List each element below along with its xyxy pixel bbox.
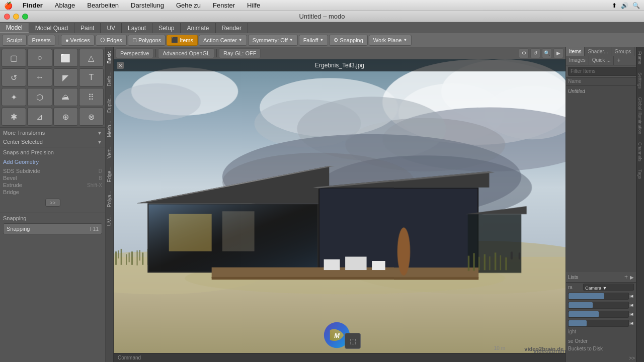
snapping-button[interactable]: ⊕ Snapping — [329, 35, 368, 46]
menu-ablage[interactable]: Ablage — [53, 2, 77, 9]
tab-render[interactable]: Render — [216, 23, 248, 33]
tool-radial[interactable]: ✦ — [2, 88, 26, 106]
tool-bend[interactable]: ⬡ — [27, 88, 52, 106]
row-arrow-2[interactable]: ◀ — [629, 304, 634, 307]
bevel-label[interactable]: Bevel — [3, 175, 17, 181]
filter-input[interactable] — [568, 67, 637, 76]
tool-extra1[interactable]: ✱ — [2, 108, 26, 126]
tool-particulate[interactable]: ⠿ — [79, 88, 104, 106]
tool-scale[interactable]: ◤ — [53, 68, 78, 86]
settings-icon[interactable]: ⚙ — [519, 48, 529, 58]
play-icon[interactable]: ▶ — [553, 48, 564, 58]
vert-tab-defo[interactable]: Defo... — [106, 67, 113, 90]
row-arrow-4[interactable]: ◀ — [629, 322, 634, 325]
right-tab-add[interactable]: + — [614, 56, 623, 65]
tool-cylinder[interactable]: ⬜ — [53, 49, 78, 67]
tool-text[interactable]: T — [79, 68, 104, 86]
right-tab-quick[interactable]: Quick ... — [589, 56, 614, 65]
vert-tab-duplic[interactable]: Duplic... — [106, 90, 113, 117]
right-expand-arrow[interactable]: >> — [629, 355, 635, 361]
menu-hilfe[interactable]: Hilfe — [245, 2, 262, 9]
maximize-button[interactable] — [22, 14, 28, 20]
tab-uv[interactable]: UV — [101, 23, 122, 33]
tool-extra4[interactable]: ⊗ — [79, 108, 104, 126]
tool-sphere[interactable]: ○ — [27, 49, 52, 67]
refresh-icon[interactable]: ↺ — [530, 48, 540, 58]
sds-subdivide-label[interactable]: SDS Subdivide — [3, 168, 40, 174]
menu-finder[interactable]: Finder — [21, 2, 45, 9]
tags-vert-label[interactable]: Tags — [636, 165, 643, 183]
right-tab-shader[interactable]: Shader... — [585, 47, 611, 56]
ray-gl-btn[interactable]: Ray GL: OFF — [219, 48, 261, 58]
vert-tab-basic[interactable]: Basic — [106, 47, 113, 67]
row-field-3[interactable] — [568, 311, 629, 318]
snapping-btn[interactable]: Snapping F11 — [3, 223, 102, 234]
vertices-button[interactable]: ● Vertices — [61, 35, 95, 46]
tab-animate[interactable]: Animate — [181, 23, 215, 33]
snapping-section-label[interactable]: Snapping — [3, 215, 27, 221]
presets-button[interactable]: Presets — [28, 35, 55, 46]
vert-tab-polya[interactable]: Polya... — [106, 187, 113, 211]
menu-gehe-zu[interactable]: Gehe zu — [174, 2, 203, 9]
right-tab-images[interactable]: Images — [566, 56, 589, 65]
falloff-button[interactable]: Falloff ▼ — [299, 35, 329, 46]
work-plane-button[interactable]: Work Plane ▼ — [369, 35, 412, 46]
vert-tab-edge[interactable]: Edge... — [106, 162, 113, 187]
image-close-button[interactable]: ✕ — [117, 62, 124, 69]
buckets-label[interactable]: Buckets to Disk — [568, 345, 634, 352]
menu-darstellung[interactable]: Darstellung — [129, 2, 166, 9]
tool-terrain[interactable]: ⛰ — [53, 88, 78, 106]
search-icon[interactable]: 🔍 — [632, 2, 640, 9]
tool-box[interactable]: ▢ — [2, 49, 26, 67]
symmetry-button[interactable]: Symmetry: Off ▼ — [248, 35, 298, 46]
camera-dropdown[interactable]: Camera ▼ — [583, 284, 634, 291]
renderer-btn[interactable]: Advanced OpenGL — [158, 48, 214, 58]
vert-tab-uv[interactable]: UV... — [106, 211, 113, 230]
tool-extra3[interactable]: ⊕ — [53, 108, 78, 126]
tool-rotate[interactable]: ↺ — [2, 68, 26, 86]
row-field-4[interactable] — [568, 320, 629, 327]
tab-setup[interactable]: Setup — [152, 23, 181, 33]
extrude-label[interactable]: Extrude — [3, 182, 22, 188]
settings-vert-label[interactable]: Settings — [636, 68, 643, 93]
lists-expand-button[interactable]: ▶ — [630, 275, 634, 280]
add-geometry-label[interactable]: Add Geometry — [3, 159, 39, 165]
tool-extra2[interactable]: ⊿ — [27, 108, 52, 126]
screen-capture-icon[interactable]: ⬚ — [345, 333, 361, 349]
zoom-icon[interactable]: 🔍 — [542, 48, 552, 58]
row-field-1[interactable] — [568, 293, 629, 300]
tab-paint[interactable]: Paint — [74, 23, 101, 33]
perspective-btn[interactable]: Perspective — [116, 48, 153, 58]
expand-button[interactable]: >> — [45, 199, 60, 207]
global-illum-vert-label[interactable]: Global Illumination — [636, 93, 643, 138]
tool-cone[interactable]: △ — [79, 49, 104, 67]
center-selected-arrow[interactable]: ▼ — [97, 139, 102, 145]
minimize-button[interactable] — [13, 14, 19, 20]
row-arrow-3[interactable]: ◀ — [629, 313, 634, 316]
sculpt-button[interactable]: Sculpt — [2, 35, 27, 46]
vert-tab-vert[interactable]: Vert... — [106, 141, 113, 162]
edges-button[interactable]: ⬡ Edges — [96, 35, 127, 46]
snaps-label[interactable]: Snaps and Precision — [3, 149, 54, 155]
close-button[interactable] — [4, 14, 10, 20]
transforms-arrow[interactable]: ▼ — [97, 130, 102, 136]
bridge-label[interactable]: Bridge — [3, 189, 19, 195]
items-button[interactable]: ⬛ Items — [167, 35, 198, 46]
tab-model[interactable]: Model — [0, 23, 29, 33]
transforms-label[interactable]: More Transforms — [3, 130, 45, 136]
channels-vert-label[interactable]: Channels — [636, 138, 643, 165]
apple-menu[interactable]: 🍎 — [4, 2, 13, 10]
row-arrow-1[interactable]: ◀ — [629, 295, 634, 298]
lists-add-button[interactable]: + — [624, 274, 628, 281]
center-selected-label[interactable]: Center Selected — [3, 139, 43, 145]
tab-layout[interactable]: Layout — [122, 23, 152, 33]
tab-model-quad[interactable]: Model Quad — [29, 23, 74, 33]
vert-tab-mesh[interactable]: Mesh... — [106, 117, 113, 141]
row-field-2[interactable] — [568, 302, 629, 309]
order-label[interactable]: se Order — [568, 337, 634, 345]
polygons-button[interactable]: ◻ Polygons — [128, 35, 166, 46]
menu-fenster[interactable]: Fenster — [211, 2, 237, 9]
right-tab-groups[interactable]: Groups — [611, 47, 634, 56]
menu-bearbeiten[interactable]: Bearbeiten — [85, 2, 121, 9]
right-tab-items[interactable]: Items — [566, 47, 585, 56]
